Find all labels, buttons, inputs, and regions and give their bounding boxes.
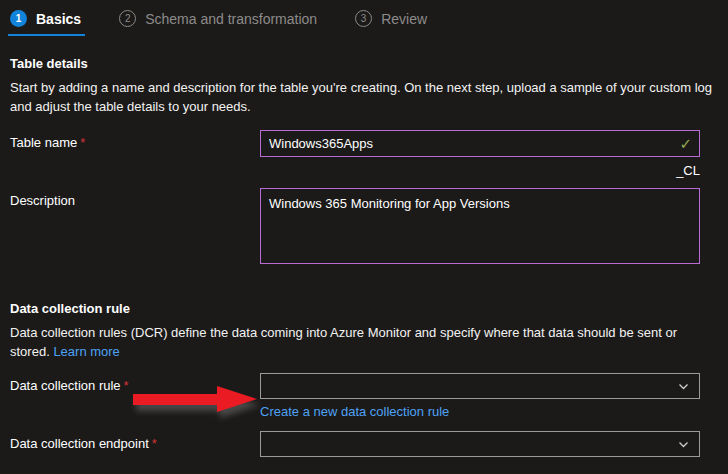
- valid-checkmark-icon: ✓: [679, 135, 692, 153]
- required-asterisk: *: [80, 135, 85, 150]
- tab-schema-label: Schema and transformation: [145, 11, 317, 27]
- table-name-suffix: _CL: [260, 163, 700, 178]
- chevron-down-icon: [677, 380, 690, 393]
- wizard-tabs: 1 Basics 2 Schema and transformation 3 R…: [0, 0, 728, 36]
- dcr-rule-row: Data collection rule* Create a new data …: [10, 373, 710, 419]
- required-asterisk: *: [124, 378, 129, 393]
- dcr-description: Data collection rules (DCR) define the d…: [10, 323, 712, 361]
- dcr-rule-label: Data collection rule*: [10, 373, 260, 393]
- description-row: Description Windows 365 Monitoring for A…: [10, 188, 710, 267]
- table-details-heading: Table details: [10, 56, 710, 71]
- basics-form: Table details Start by adding a name and…: [0, 56, 728, 457]
- dcr-endpoint-label: Data collection endpoint*: [10, 431, 260, 451]
- dcr-endpoint-dropdown[interactable]: [260, 431, 700, 457]
- description-label: Description: [10, 188, 260, 208]
- step-2-badge: 2: [119, 10, 136, 27]
- learn-more-link[interactable]: Learn more: [53, 344, 119, 359]
- tab-review[interactable]: 3 Review: [353, 10, 431, 36]
- description-textarea[interactable]: Windows 365 Monitoring for App Versions: [260, 188, 700, 264]
- table-details-description: Start by adding a name and description f…: [10, 78, 712, 116]
- step-3-badge: 3: [355, 10, 372, 27]
- tab-review-label: Review: [381, 11, 427, 27]
- dcr-endpoint-row: Data collection endpoint*: [10, 431, 710, 457]
- dcr-heading: Data collection rule: [10, 301, 710, 316]
- chevron-down-icon: [677, 438, 690, 451]
- tab-schema-and-transformation[interactable]: 2 Schema and transformation: [117, 10, 321, 36]
- table-name-row: Table name* ✓ _CL: [10, 130, 710, 178]
- tab-basics-label: Basics: [36, 11, 81, 27]
- table-name-label: Table name*: [10, 130, 260, 150]
- required-asterisk: *: [152, 436, 157, 451]
- dcr-rule-dropdown[interactable]: [260, 373, 700, 399]
- tab-basics[interactable]: 1 Basics: [8, 10, 85, 36]
- table-name-input[interactable]: [260, 130, 700, 157]
- create-dcr-link[interactable]: Create a new data collection rule: [260, 404, 449, 419]
- step-1-badge: 1: [10, 10, 27, 27]
